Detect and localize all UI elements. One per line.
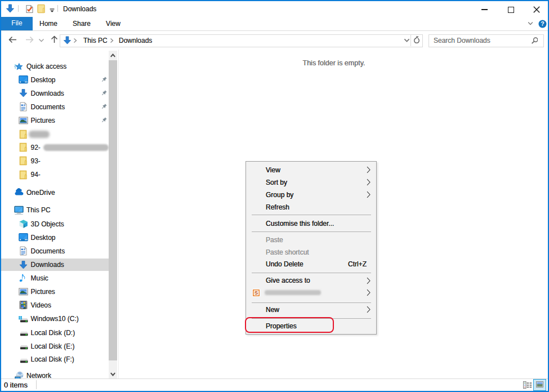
svg-text:?: ? xyxy=(541,20,544,27)
svg-text:S: S xyxy=(255,289,258,296)
